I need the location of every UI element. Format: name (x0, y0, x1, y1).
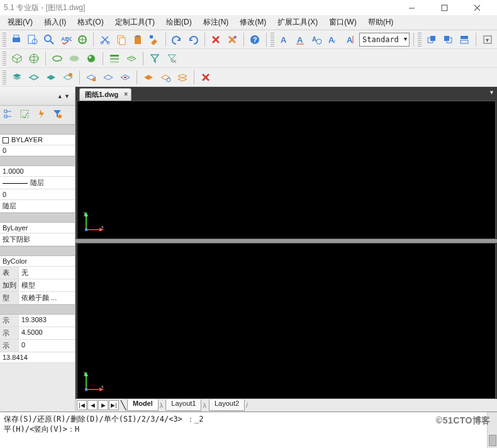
spellcheck-button[interactable]: ABC (59, 32, 73, 47)
text-style-combo[interactable]: Standard (359, 33, 410, 47)
layer-merge-icon[interactable] (175, 70, 190, 85)
ucs-icon-button[interactable] (75, 32, 89, 47)
svg-line-7 (50, 41, 53, 44)
layout-tab-2[interactable]: Layout2 (209, 400, 245, 411)
menu-modify[interactable]: 修改(M) (235, 16, 271, 29)
viewport-bottom[interactable]: yx (77, 243, 496, 399)
panel-filter-icon[interactable] (52, 108, 65, 122)
bring-above-button[interactable] (457, 32, 472, 47)
layer-panel-icon[interactable] (107, 51, 122, 66)
prop-material-row[interactable]: ByLayer (0, 223, 75, 233)
svg-text:A: A (347, 35, 353, 45)
filter-clear-icon[interactable] (164, 51, 179, 66)
menu-window[interactable]: 窗口(W) (324, 16, 361, 29)
menu-custom-tools[interactable]: 定制工具(T) (110, 16, 160, 29)
purge-button[interactable] (225, 32, 240, 47)
prop-bycolor-row[interactable]: ByColor (0, 256, 75, 267)
layer-walk-icon[interactable] (158, 70, 173, 85)
filter-icon[interactable] (147, 51, 162, 66)
svg-rect-15 (120, 38, 125, 45)
prop-shadow-row[interactable]: 投下阴影 (0, 233, 75, 246)
prop-addto-row[interactable]: 加到模型 (0, 279, 75, 292)
svg-point-44 (89, 56, 91, 59)
layer-unlock-icon[interactable] (101, 70, 116, 85)
close-tab-icon[interactable]: × (124, 91, 128, 98)
layout-tab-model[interactable]: Model (127, 400, 159, 411)
layout-last-button[interactable]: ▶| (109, 400, 119, 410)
panel-tree-icon[interactable] (3, 108, 16, 122)
help-button[interactable]: ? (248, 32, 262, 47)
menu-dimension[interactable]: 标注(N) (198, 16, 234, 29)
panel-header[interactable]: ▲ ▼ (0, 87, 75, 106)
svg-rect-31 (430, 36, 435, 41)
prop-linetype-row[interactable]: 随层 (0, 177, 75, 189)
layout-tab-1[interactable]: Layout1 (165, 400, 201, 411)
svg-point-50 (167, 78, 170, 82)
layout-first-button[interactable]: |◀ (77, 400, 87, 410)
menu-insert[interactable]: 插入(I) (39, 16, 71, 29)
prop-z-row[interactable]: 示0 (0, 340, 75, 352)
match-prop-button[interactable] (147, 32, 161, 47)
prop-material-value: ByLayer (0, 223, 75, 233)
send-back-button[interactable] (441, 32, 455, 47)
command-area[interactable]: 保存(S)/还原(R)/删除(D)/单个(SI)/2/3/4/<3> ：_2 平… (0, 412, 497, 448)
layout-next-button[interactable]: ▶ (98, 400, 108, 410)
bring-front-button[interactable] (425, 32, 439, 47)
text-style-a2[interactable]: A (294, 32, 308, 47)
prop-follow-row[interactable]: 随层 (0, 200, 75, 213)
paste-button[interactable] (130, 32, 145, 47)
text-find-button[interactable]: A (310, 32, 325, 47)
prop-extra-row[interactable]: 13.8414 (0, 352, 75, 363)
prop-y-row[interactable]: 示4.5000 (0, 327, 75, 340)
print-preview-button[interactable] (26, 32, 40, 47)
menu-extend-tools[interactable]: 扩展工具(X) (272, 16, 323, 29)
layer-delete-icon[interactable] (198, 70, 213, 85)
panel-quick-icon[interactable] (35, 108, 49, 122)
menu-draw[interactable]: 绘图(D) (161, 16, 197, 29)
view-front-icon[interactable] (67, 51, 82, 66)
layer-state-icon[interactable] (141, 70, 156, 85)
erase-button[interactable] (209, 32, 223, 47)
prop-color-row[interactable]: BYLAYER (0, 135, 75, 145)
layer-lock-icon[interactable] (84, 70, 99, 85)
text-height-button[interactable]: A (343, 32, 357, 47)
layout-prev-button[interactable]: ◀ (87, 400, 98, 410)
more-order-button[interactable]: ▾ (480, 32, 494, 47)
view-wire-icon[interactable] (26, 51, 42, 66)
layer-off-icon[interactable] (43, 70, 59, 85)
view-top-icon[interactable] (50, 51, 65, 66)
menu-help[interactable]: 帮助(H) (363, 16, 399, 29)
panel-select-icon[interactable] (19, 108, 33, 122)
maximize-button[interactable] (434, 1, 454, 14)
undo-button[interactable] (170, 32, 184, 47)
copy-button[interactable] (114, 32, 128, 47)
layer-freeze-icon[interactable] (60, 70, 75, 85)
layer-manager-icon[interactable] (9, 70, 25, 85)
menu-format[interactable]: 格式(O) (72, 16, 108, 29)
find-button[interactable] (42, 32, 57, 47)
svg-rect-34 (461, 36, 468, 39)
viewport-top[interactable]: yx (77, 101, 496, 239)
menu-view[interactable]: 视图(V) (3, 16, 38, 29)
redo-button[interactable] (186, 32, 201, 47)
document-tabstrip: 图纸1.dwg × ▼ (75, 87, 497, 101)
text-style-a1[interactable]: A (277, 32, 292, 47)
prop-depend-row[interactable]: 型依赖于颜 ... (0, 292, 75, 305)
text-scale-button[interactable]: Ai (327, 32, 341, 47)
prop-x-row[interactable]: 示19.3083 (0, 315, 75, 327)
tab-dropdown-icon[interactable]: ▼ (489, 89, 494, 96)
document-tab[interactable]: 图纸1.dwg × (79, 88, 131, 101)
prop-lweight-row[interactable]: 0 (0, 189, 75, 200)
prop-table-row[interactable]: 表无 (0, 267, 75, 279)
minimize-button[interactable] (401, 1, 422, 14)
view-render-icon[interactable] (84, 51, 99, 66)
print-button[interactable] (9, 32, 24, 47)
close-window-button[interactable] (467, 1, 487, 14)
prop-layer-row[interactable]: 0 (0, 145, 75, 156)
prop-scale-row[interactable]: 1.0000 (0, 166, 75, 177)
layer-iso-icon[interactable] (124, 51, 139, 66)
layer-on-icon[interactable] (26, 70, 42, 85)
view-iso-icon[interactable] (9, 51, 25, 66)
cut-button[interactable] (98, 32, 112, 47)
layer-prev-icon[interactable] (118, 70, 133, 85)
